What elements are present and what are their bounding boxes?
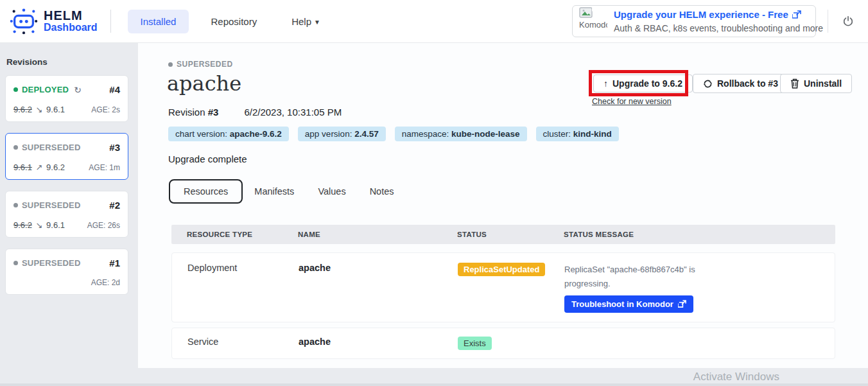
detail-tabs: Resources Manifests Values Notes [169,179,418,204]
nav-tab-repository[interactable]: Repository [198,10,270,33]
revision-status-label: SUPERSEDED [22,200,81,210]
upgrade-button[interactable]: ↑ Upgrade to 9.6.2 [593,75,693,92]
column-header-resource-type: RESOURCE TYPE [187,231,298,238]
revision-info-line: Revision #36/2/2023, 10:31:05 PM [168,107,342,118]
revision-card-2[interactable]: SUPERSEDED #2 9.6.2 ↘ 9.6.1 AGE: 26s [5,191,128,238]
banner-title-text: Upgrade your HELM experience - Free [614,8,788,22]
release-status-badge: SUPERSEDED [168,60,233,69]
resources-table: RESOURCE TYPE NAME STATUS STATUS MESSAGE… [171,225,835,359]
revision-card-4[interactable]: DEPLOYED↻ #4 9.6.2 ↘ 9.6.1 AGE: 2s [5,75,128,122]
revision-number: #1 [109,258,120,268]
revision-date: 6/2/2023, 10:31:05 PM [244,107,342,118]
external-link-icon [678,300,686,308]
revision-age: AGE: 2s [91,105,120,114]
rollback-icon [703,79,713,89]
revision-age: AGE: 26s [87,221,120,230]
resource-type-cell: Service [187,337,299,347]
revisions-heading: Revisions [0,43,138,75]
broken-image-placeholder: Komodor [579,7,607,35]
logo-text-dashboard: Dashboard [44,22,98,33]
external-link-icon [792,10,801,19]
check-new-version-link[interactable]: Check for new version [592,97,672,106]
trend-up-arrow: ↗ [36,162,43,172]
column-header-status-message: STATUS MESSAGE [564,231,835,238]
status-dot [13,261,18,265]
helm-dashboard-logo[interactable]: HELM Dashboard [0,6,98,36]
chevron-down-icon: ▼ [314,19,320,26]
nav-tab-installed[interactable]: Installed [128,10,189,33]
resource-type-cell: Deployment [187,263,299,273]
revision-versions: 9.6.2 ↘ 9.6.1 [13,105,65,114]
revision-versions: 9.6.1 ↗ 9.6.2 [13,162,65,172]
broken-image-alt-text: Komodor [579,20,607,30]
revision-status-label: SUPERSEDED [22,258,81,268]
revision-number: #3 [109,142,120,153]
helm-logo-icon [9,6,39,36]
power-icon [842,15,854,27]
revision-versions: 9.6.2 ↘ 9.6.1 [13,220,65,230]
bottom-edge-line [0,383,868,386]
activate-windows-watermark: Activate Windows [693,371,779,383]
tab-values[interactable]: Values [318,180,345,202]
uninstall-button[interactable]: Uninstall [780,74,852,93]
tab-manifests[interactable]: Manifests [254,180,294,202]
main-nav: Installed Repository Help▼ [128,10,333,33]
release-description: Upgrade complete [168,154,247,164]
trend-down-arrow: ↘ [36,220,43,230]
reload-icon: ↻ [74,85,82,95]
revision-card-3-selected[interactable]: SUPERSEDED #3 9.6.1 ↗ 9.6.2 AGE: 1m [5,133,128,180]
rollback-button[interactable]: Rollback to #3 [693,74,788,93]
resource-name-cell: apache [299,263,458,273]
revision-number: #4 [109,84,120,95]
revision-age: AGE: 1m [89,163,120,172]
top-header: HELM Dashboard Installed Repository Help… [0,0,868,43]
column-header-status: STATUS [457,231,564,238]
nav-menu-help[interactable]: Help▼ [279,10,333,33]
banner-subtitle-text: Auth & RBAC, k8s events, troubleshooting… [614,22,823,35]
revision-card-1[interactable]: SUPERSEDED #1 AGE: 2d [5,249,128,295]
release-title: apache [167,71,241,96]
resource-name-cell: apache [299,337,458,347]
revision-age: AGE: 2d [91,278,120,287]
cluster-chip: cluster: kind-kind [536,127,619,141]
header-divider [110,10,111,33]
revisions-sidebar: Revisions DEPLOYED↻ #4 9.6.2 ↘ 9.6.1 AGE… [0,43,138,386]
status-dot [13,203,18,207]
table-header-row: RESOURCE TYPE NAME STATUS STATUS MESSAGE [171,225,835,244]
up-arrow-icon: ↑ [603,78,608,89]
revision-number: #3 [208,107,219,118]
tab-notes[interactable]: Notes [370,180,394,202]
table-row: Deployment apache ReplicaSetUpdated Repl… [171,252,835,322]
status-badge: Exists [458,337,492,350]
table-row: Service apache Exists [171,328,835,359]
release-detail-panel: SUPERSEDED apache Revision #36/2/2023, 1… [138,43,868,368]
tab-resources[interactable]: Resources [169,179,243,204]
trash-icon [790,78,799,89]
trend-down-arrow: ↘ [36,105,43,114]
revision-number: #2 [109,200,120,211]
status-dot [13,87,18,92]
namespace-chip: namespace: kube-node-lease [395,127,527,141]
status-badge: ReplicaSetUpdated [458,263,545,276]
status-message-text: ReplicaSet "apache-68fb867c4b" is progre… [564,263,722,291]
logo-text-helm: HELM [44,9,98,22]
status-dot [13,145,18,150]
komodor-promo-banner[interactable]: Komodor Upgrade your HELM experience - F… [572,5,816,37]
troubleshoot-komodor-button[interactable]: Troubleshoot in Komodor [564,295,693,313]
release-metadata-chips: chart version: apache-9.6.2 app version:… [168,127,619,141]
revision-status-label: DEPLOYED [22,85,69,94]
shutdown-button[interactable] [828,10,854,33]
revision-status-label: SUPERSEDED [22,143,81,152]
chart-version-chip: chart version: apache-9.6.2 [168,127,289,141]
app-version-chip: app version: 2.4.57 [298,127,386,141]
status-dot [168,62,173,67]
column-header-name: NAME [298,231,457,238]
